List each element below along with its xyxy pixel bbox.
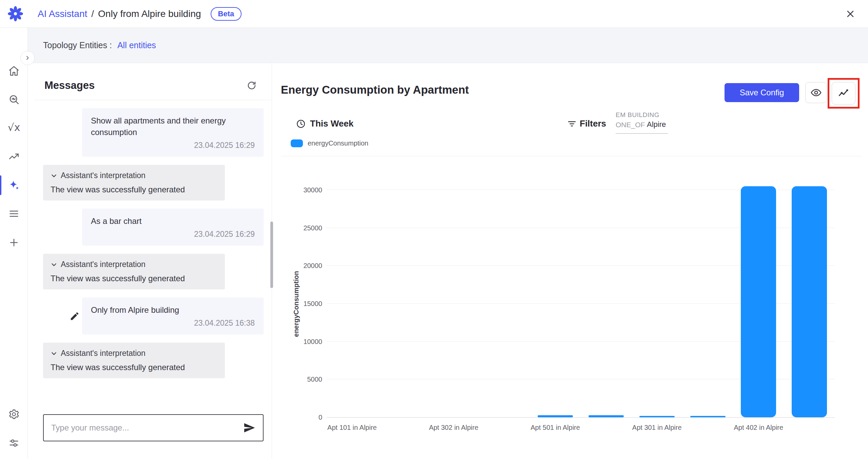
filter-field-label: EM BUILDING <box>616 111 659 119</box>
x-tick-label: Apt 501 in Alpire <box>530 424 581 432</box>
assistant-message-text: The view was successfully generated <box>51 363 217 372</box>
search-icon <box>8 94 20 105</box>
legend-label: energyConsumption <box>308 139 368 147</box>
bar-5[interactable] <box>589 415 624 417</box>
bar-9[interactable] <box>792 186 827 417</box>
filter-underline <box>616 133 668 134</box>
x-tick-label: Apt 402 in Alpire <box>733 424 784 432</box>
sidebar-item-search[interactable] <box>0 88 28 111</box>
assistant-interpretation-label: Assistant's interpretation <box>61 171 146 180</box>
topology-bar: Topology Entities : All entities <box>28 28 868 63</box>
beta-badge: Beta <box>211 7 242 21</box>
sidebar: √x <box>0 28 28 459</box>
time-range-control[interactable]: This Week <box>310 118 353 129</box>
y-tick-label: 20000 <box>281 262 322 270</box>
sliders-icon <box>8 437 20 449</box>
message-text: Show all apartments and their energy con… <box>91 115 255 138</box>
close-icon <box>845 8 856 19</box>
bar-6[interactable] <box>639 416 675 417</box>
breadcrumb: AI Assistant / Only from Alpire building <box>38 8 201 19</box>
chart-plot <box>327 185 835 418</box>
sidebar-item-trends[interactable] <box>0 145 28 168</box>
annotation-highlight <box>828 78 860 109</box>
logo-icon <box>7 6 23 22</box>
settings-gear-icon <box>8 408 20 420</box>
list-icon <box>8 208 20 219</box>
chart-toolbar-divider <box>281 156 861 156</box>
message-input-box <box>43 414 264 441</box>
user-message: Only from Alpire building 23.04.2025 16:… <box>82 298 264 334</box>
y-axis-label: energyConsumption <box>292 271 300 337</box>
filter-icon <box>567 119 577 129</box>
legend-item[interactable]: energyConsumption <box>291 139 368 147</box>
legend-swatch <box>291 139 303 147</box>
message-timestamp: 23.04.2025 16:29 <box>91 230 255 239</box>
assistant-interpretation-label: Assistant's interpretation <box>61 260 146 269</box>
assistant-message: Assistant's interpretation The view was … <box>43 343 225 378</box>
chevron-right-icon: › <box>26 52 29 63</box>
assistant-message-text: The view was successfully generated <box>51 274 217 283</box>
messages-list: Show all apartments and their energy con… <box>34 100 272 378</box>
ai-assistant-link[interactable]: AI Assistant <box>38 8 87 19</box>
assistant-interpretation-toggle[interactable]: Assistant's interpretation <box>51 260 217 269</box>
chevron-down-icon <box>51 172 57 179</box>
send-icon <box>243 422 255 434</box>
sidebar-item-settings[interactable] <box>0 402 28 426</box>
assistant-message: Assistant's interpretation The view was … <box>43 254 225 289</box>
bar-7[interactable] <box>690 416 726 417</box>
x-tick-label: Apt 301 in Alpire <box>632 424 682 432</box>
assistant-interpretation-toggle[interactable]: Assistant's interpretation <box>51 171 217 180</box>
sidebar-item-list[interactable] <box>0 202 28 226</box>
formula-icon: √x <box>8 122 20 133</box>
all-entities-link[interactable]: All entities <box>117 40 156 50</box>
home-icon <box>8 65 20 77</box>
messages-panel: Messages Show all apartments and their e… <box>34 71 272 447</box>
preview-button[interactable] <box>805 82 827 103</box>
message-input[interactable] <box>51 423 242 433</box>
chart-panel: Energy Consumption by Apartment Save Con… <box>281 71 868 459</box>
sidebar-item-add[interactable] <box>0 231 28 254</box>
save-config-button[interactable]: Save Config <box>725 83 799 102</box>
message-timestamp: 23.04.2025 16:29 <box>91 141 255 150</box>
bar-8[interactable] <box>741 186 776 417</box>
sidebar-item-ai-assistant[interactable] <box>0 173 28 197</box>
y-tick-label: 10000 <box>281 338 322 346</box>
close-button[interactable] <box>843 6 858 21</box>
breadcrumb-title: Only from Alpire building <box>98 8 201 19</box>
filter-value[interactable]: Alpire <box>647 120 666 129</box>
assistant-message: Assistant's interpretation The view was … <box>43 165 225 200</box>
filter-operator: ONE_OF <box>616 121 645 129</box>
chevron-down-icon <box>51 350 57 357</box>
message-text: As a bar chart <box>91 215 255 227</box>
messages-title: Messages <box>44 79 95 92</box>
trend-icon <box>8 151 20 162</box>
message-timestamp: 23.04.2025 16:38 <box>91 319 255 328</box>
assistant-message-text: The view was successfully generated <box>51 185 217 194</box>
breadcrumb-separator: / <box>91 8 94 19</box>
sidebar-item-formula[interactable]: √x <box>0 116 28 139</box>
app-header: AI Assistant / Only from Alpire building… <box>0 0 868 28</box>
messages-scrollbar[interactable] <box>270 222 273 288</box>
chevron-down-icon <box>51 261 57 268</box>
sidebar-expand-button[interactable]: › <box>20 51 35 65</box>
filters-control[interactable]: Filters <box>580 118 606 129</box>
send-button[interactable] <box>242 420 257 435</box>
bar-4[interactable] <box>538 415 573 417</box>
y-tick-label: 30000 <box>281 186 322 194</box>
user-message-row: Only from Alpire building 23.04.2025 16:… <box>34 298 272 334</box>
user-message: Show all apartments and their energy con… <box>82 108 264 157</box>
y-tick-label: 25000 <box>281 224 322 232</box>
x-tick-label: Apt 101 in Alpire <box>327 424 378 432</box>
edit-icon[interactable] <box>70 311 80 321</box>
refresh-icon <box>247 80 257 91</box>
refresh-button[interactable] <box>245 79 258 92</box>
x-tick-label: Apt 302 in Alpire <box>428 424 479 432</box>
sidebar-item-preferences[interactable] <box>0 431 28 455</box>
y-tick-label: 15000 <box>281 300 322 308</box>
assistant-interpretation-label: Assistant's interpretation <box>61 349 146 358</box>
assistant-interpretation-toggle[interactable]: Assistant's interpretation <box>51 349 217 358</box>
topology-label: Topology Entities : <box>43 40 112 50</box>
chart-title: Energy Consumption by Apartment <box>281 83 469 96</box>
ai-assistant-icon <box>8 179 20 191</box>
eye-icon <box>810 87 822 98</box>
